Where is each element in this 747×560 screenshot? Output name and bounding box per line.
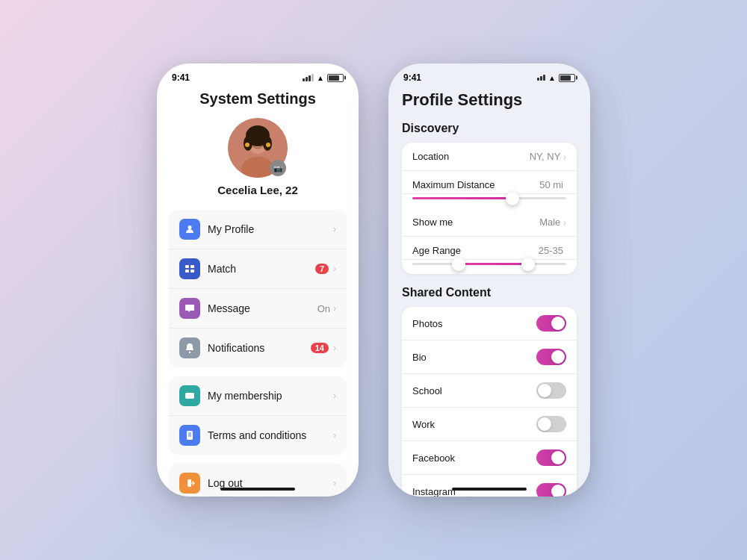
camera-icon[interactable]: 📷 bbox=[270, 160, 286, 176]
phones-container: 9:41 ▲ System Settings bbox=[157, 63, 590, 497]
right-phone: 9:41 ▲ Profile Settings Discovery bbox=[388, 63, 590, 497]
work-row: Work bbox=[402, 408, 577, 441]
facebook-row: Facebook bbox=[402, 441, 577, 475]
home-indicator-right bbox=[452, 488, 527, 491]
discovery-section-title: Discovery bbox=[402, 122, 577, 135]
age-slider-fill bbox=[459, 263, 528, 265]
svg-rect-16 bbox=[187, 431, 193, 440]
svg-point-8 bbox=[188, 225, 192, 229]
menu-item-notifications[interactable]: Notifications 14 › bbox=[169, 329, 347, 367]
menu-item-match[interactable]: Match 7 › bbox=[169, 249, 347, 289]
bio-toggle[interactable] bbox=[536, 349, 566, 365]
svg-rect-12 bbox=[190, 270, 194, 273]
work-toggle[interactable] bbox=[536, 416, 566, 432]
svg-point-13 bbox=[189, 352, 190, 353]
chevron-icon: › bbox=[563, 152, 566, 161]
bio-label: Bio bbox=[412, 352, 536, 363]
age-slider-thumb-right[interactable] bbox=[521, 258, 535, 271]
status-icons-right: ▲ bbox=[537, 74, 575, 82]
slider-thumb[interactable] bbox=[506, 192, 519, 205]
svg-rect-11 bbox=[185, 270, 189, 273]
signal-icon bbox=[303, 74, 314, 81]
status-bar-left: 9:41 ▲ bbox=[157, 63, 359, 86]
age-range-row: Age Range 25-35 bbox=[402, 237, 577, 260]
menu-item-message[interactable]: Message On › bbox=[169, 289, 347, 329]
logout-icon bbox=[179, 473, 200, 494]
my-profile-icon bbox=[179, 219, 200, 240]
menu-item-logout[interactable]: Log out › bbox=[169, 464, 347, 497]
age-slider-thumb-left[interactable] bbox=[452, 258, 465, 271]
svg-rect-9 bbox=[185, 265, 189, 268]
age-range-slider[interactable] bbox=[402, 260, 577, 274]
membership-icon bbox=[179, 385, 200, 406]
notifications-badge: 14 bbox=[311, 343, 329, 353]
chevron-icon: › bbox=[563, 218, 566, 227]
age-range-label: Age Range bbox=[412, 245, 539, 256]
match-badge: 7 bbox=[315, 264, 329, 274]
photos-row: Photos bbox=[402, 307, 577, 340]
avatar-wrapper[interactable]: 📷 bbox=[228, 118, 288, 178]
match-label: Match bbox=[208, 263, 315, 275]
home-indicator-left bbox=[220, 488, 295, 491]
status-icons-left: ▲ bbox=[303, 74, 344, 82]
svg-point-6 bbox=[245, 143, 249, 147]
match-icon bbox=[179, 258, 200, 279]
chevron-icon: › bbox=[333, 430, 336, 441]
signal-icon-right bbox=[537, 75, 545, 81]
shared-content-card: Photos Bio School bbox=[402, 307, 577, 497]
max-distance-label: Maximum Distance bbox=[412, 179, 539, 190]
status-time-left: 9:41 bbox=[172, 72, 190, 83]
chevron-icon: › bbox=[333, 224, 336, 234]
chevron-icon: › bbox=[333, 478, 336, 488]
show-me-row[interactable]: Show me Male › bbox=[402, 208, 577, 237]
slider-fill bbox=[412, 197, 512, 199]
school-label: School bbox=[412, 385, 536, 396]
battery-icon bbox=[327, 74, 344, 82]
avatar-section: 📷 Cecelia Lee, 22 bbox=[157, 118, 359, 210]
instagram-row: Instagram bbox=[402, 475, 577, 497]
show-me-value: Male bbox=[539, 217, 560, 228]
chevron-icon: › bbox=[333, 391, 336, 401]
chevron-icon: › bbox=[333, 343, 336, 353]
location-label: Location bbox=[412, 151, 530, 162]
status-time-right: 9:41 bbox=[403, 72, 421, 83]
age-slider-track bbox=[412, 263, 566, 265]
instagram-toggle[interactable] bbox=[536, 483, 566, 497]
facebook-toggle[interactable] bbox=[536, 449, 566, 466]
school-toggle[interactable] bbox=[536, 382, 566, 399]
max-distance-slider[interactable] bbox=[402, 194, 577, 208]
school-row: School bbox=[402, 374, 577, 408]
chevron-icon: › bbox=[333, 264, 336, 274]
profile-settings-title: Profile Settings bbox=[402, 86, 577, 122]
message-icon bbox=[179, 298, 200, 319]
status-bar-right: 9:41 ▲ bbox=[388, 63, 590, 86]
notifications-label: Notifications bbox=[208, 342, 311, 354]
location-row[interactable]: Location NY, NY › bbox=[402, 143, 577, 171]
my-membership-label: My membership bbox=[208, 390, 333, 402]
photos-toggle[interactable] bbox=[536, 315, 566, 332]
shared-content-section-title: Shared Content bbox=[402, 286, 577, 299]
show-me-label: Show me bbox=[412, 217, 539, 228]
max-distance-value: 50 mi bbox=[539, 179, 563, 190]
notifications-icon bbox=[179, 337, 200, 358]
message-value: On bbox=[317, 303, 330, 314]
menu-item-my-profile[interactable]: My Profile › bbox=[169, 210, 347, 249]
menu-item-terms[interactable]: Terms and conditions › bbox=[169, 416, 347, 455]
menu-section-2: My membership › Terms and conditions › bbox=[169, 376, 347, 455]
my-profile-label: My Profile bbox=[208, 223, 333, 235]
message-label: Message bbox=[208, 302, 317, 314]
max-distance-row: Maximum Distance 50 mi bbox=[402, 171, 577, 194]
slider-track bbox=[412, 197, 566, 199]
menu-section-3: Log out › Delete my account › bbox=[169, 464, 347, 497]
svg-point-7 bbox=[266, 143, 270, 147]
menu-item-my-membership[interactable]: My membership › bbox=[169, 376, 347, 416]
wifi-icon: ▲ bbox=[317, 74, 324, 82]
profile-content: Profile Settings Discovery Location NY, … bbox=[388, 86, 590, 497]
photos-label: Photos bbox=[412, 318, 536, 329]
bio-row: Bio bbox=[402, 340, 577, 374]
svg-rect-15 bbox=[185, 395, 194, 396]
user-name: Cecelia Lee, 22 bbox=[217, 184, 298, 196]
age-range-value: 25-35 bbox=[539, 245, 563, 256]
menu-section-1: My Profile › Match 7 › Message On › bbox=[169, 210, 347, 367]
location-value: NY, NY bbox=[530, 151, 561, 162]
